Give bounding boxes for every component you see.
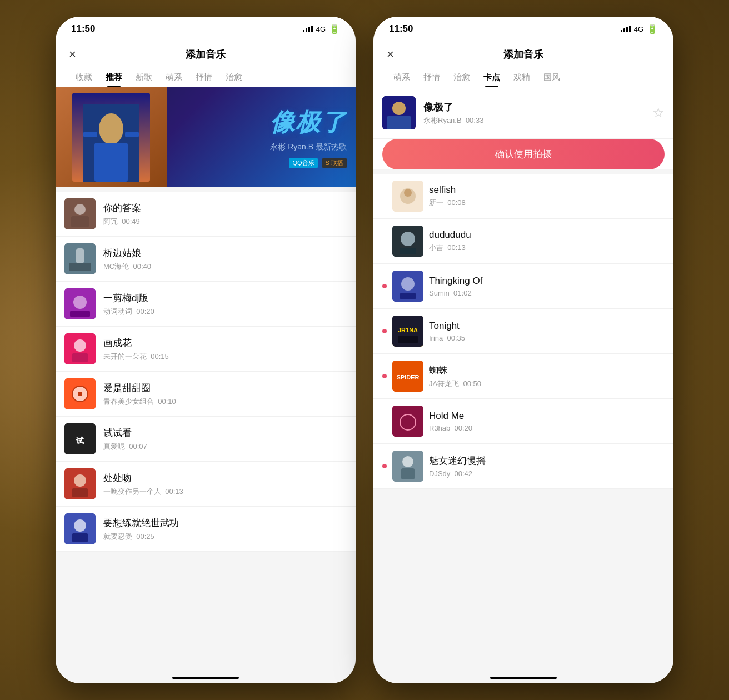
tab-collect[interactable]: 收藏 [69,68,99,87]
right-song-title-3: Tonight [429,321,665,332]
song-title-7: 要想练就绝世武功 [103,517,347,529]
selected-song-info: 像极了 永彬Ryan.B 00:33 [423,101,645,126]
tab-new[interactable]: 新歌 [129,68,159,87]
svg-rect-39 [400,293,416,299]
left-content: 像极了 永彬 Ryan.B 最新热歌 QQ音乐 S 联播 你的答案 阿冗 00:… [56,87,356,668]
song-item-0[interactable]: 你的答案 阿冗 00:49 [56,192,356,237]
right-home-indicator [490,677,557,679]
right-tab-lyric[interactable]: 抒情 [417,68,447,87]
song-meta-5: 真爱呢 00:07 [103,442,347,452]
right-song-thumb-0 [392,181,423,212]
song-meta-2: 动词动词 00:20 [103,307,347,317]
banner-image-left [56,87,167,187]
song-item-3[interactable]: 画成花 未开的一朵花 00:15 [56,327,356,372]
song-item-2[interactable]: 一剪梅dj版 动词动词 00:20 [56,282,356,327]
svg-text:SPIDER: SPIDER [397,374,420,381]
right-song-info-4: 蜘蛛 JA符龙飞 00:50 [429,364,665,389]
banner-person-image [72,93,150,182]
signal-icon [303,26,313,32]
banner-main-text: 像极了 [270,106,347,139]
svg-point-12 [73,296,87,309]
right-battery-icon: 🔋 [647,24,658,34]
song-meta-6: 一晚变作另一个人 00:13 [103,487,347,497]
tab-cute[interactable]: 萌系 [159,68,189,87]
song-item-5[interactable]: 试 试试看 真爱呢 00:07 [56,417,356,462]
left-home-indicator [172,677,239,679]
right-network-type: 4G [634,25,643,33]
song-meta-7: 就要忍受 00:25 [103,532,347,542]
svg-point-33 [404,189,412,197]
qq-music-logo: QQ音乐 [289,158,317,168]
dot-indicator-2 [382,284,387,288]
right-song-item-4[interactable]: SPIDER 蜘蛛 JA符龙飞 00:50 [373,354,673,399]
svg-rect-50 [401,468,415,479]
right-song-item-5[interactable]: Hold Me R3hab 00:20 [373,399,673,444]
selected-song-row: 像极了 永彬Ryan.B 00:33 ☆ [373,87,673,139]
svg-rect-13 [70,311,90,317]
right-tab-kadian[interactable]: 卡点 [477,68,507,87]
left-close-button[interactable]: × [69,47,76,62]
left-banner[interactable]: 像极了 永彬 Ryan.B 最新热歌 QQ音乐 S 联播 [56,87,356,187]
right-song-info-3: Tonight Irina 00:35 [429,321,665,342]
svg-rect-36 [400,248,416,254]
right-song-thumb-2 [392,271,423,302]
svg-rect-24 [72,488,88,497]
right-song-info-6: 魅女迷幻慢摇 DJSdy 00:42 [429,454,665,478]
right-tab-chinese[interactable]: 国风 [537,68,567,87]
right-song-list: selfish 新一 00:08 dudududu 小吉 00:13 [373,174,673,489]
right-song-item-0[interactable]: selfish 新一 00:08 [373,174,673,219]
right-tab-expert[interactable]: 戏精 [507,68,537,87]
svg-point-49 [402,456,413,467]
svg-rect-3 [83,132,97,137]
right-song-thumb-3: JR1NA [392,316,423,347]
svg-point-26 [74,519,86,532]
right-song-meta-1: 小吉 00:13 [429,243,665,253]
right-song-title-6: 魅女迷幻慢摇 [429,454,665,467]
song-item-4[interactable]: 爱是甜甜圈 青春美少女组合 00:10 [56,372,356,417]
right-phone: 11:50 4G 🔋 × 添加音乐 萌系 抒情 治愈 卡点 戏精 国风 [373,17,673,683]
right-tab-cute[interactable]: 萌系 [387,68,417,87]
left-time: 11:50 [71,23,95,34]
song-item-6[interactable]: 处处吻 一晚变作另一个人 00:13 [56,462,356,507]
left-status-bar: 11:50 4G 🔋 [56,17,356,41]
right-song-item-1[interactable]: dudududu 小吉 00:13 [373,219,673,264]
right-song-info-0: selfish 新一 00:08 [429,184,665,208]
right-song-title-0: selfish [429,184,665,196]
tab-recommend[interactable]: 推荐 [99,68,129,87]
right-song-item-3[interactable]: JR1NA Tonight Irina 00:35 [373,309,673,354]
song-item-7[interactable]: 要想练就绝世武功 就要忍受 00:25 [56,507,356,552]
song-thumb-3 [64,333,96,364]
song-thumb-2 [64,288,96,319]
banner-sub-text: 永彬 Ryan.B 最新热歌 [270,142,347,152]
svg-rect-2 [94,143,128,182]
right-close-button[interactable]: × [387,47,394,62]
right-tab-heal[interactable]: 治愈 [447,68,477,87]
svg-rect-16 [72,353,88,362]
tab-lyric[interactable]: 抒情 [189,68,219,87]
svg-point-23 [74,474,86,487]
right-status-bar: 11:50 4G 🔋 [373,17,673,41]
selected-song-panel: 像极了 永彬Ryan.B 00:33 ☆ 确认使用拍摄 [373,87,673,169]
svg-rect-9 [76,248,84,264]
svg-point-6 [74,204,86,215]
song-info-1: 桥边姑娘 MC海伦 00:40 [103,247,347,272]
right-song-item-6[interactable]: 魅女迷幻慢摇 DJSdy 00:42 [373,444,673,489]
confirm-use-button[interactable]: 确认使用拍摄 [382,139,665,169]
svg-rect-30 [387,116,411,129]
song-item-1[interactable]: 桥边姑娘 MC海伦 00:40 [56,237,356,282]
song-thumb-0 [64,198,96,229]
tab-heal[interactable]: 治愈 [219,68,249,87]
selected-song-thumb [382,96,416,129]
right-song-info-1: dudududu 小吉 00:13 [429,229,665,253]
svg-point-15 [74,339,86,352]
song-title-0: 你的答案 [103,202,347,214]
right-tabs: 萌系 抒情 治愈 卡点 戏精 国风 [387,68,660,87]
song-thumb-4 [64,378,96,409]
right-header: × 添加音乐 萌系 抒情 治愈 卡点 戏精 国风 [373,41,673,87]
favorite-button[interactable]: ☆ [652,105,665,121]
dot-indicator-6 [382,464,387,468]
right-song-item-2[interactable]: Thingking Of Sumin 01:02 [373,264,673,309]
banner-logos: QQ音乐 S 联播 [289,158,347,168]
right-song-title-4: 蜘蛛 [429,364,665,377]
right-song-title-1: dudududu [429,229,665,241]
